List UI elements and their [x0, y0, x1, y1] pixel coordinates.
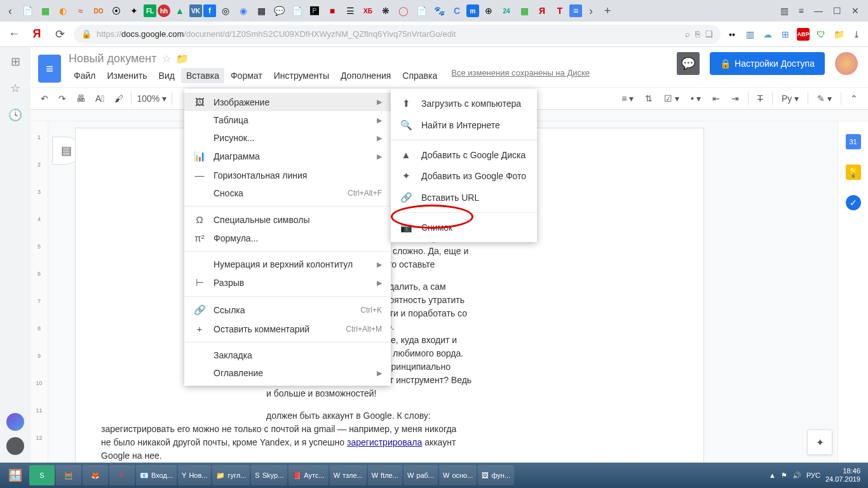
- clear-format-icon[interactable]: T̶: [755, 92, 766, 105]
- insert-menu-item[interactable]: Нумерация и верхний колонтитул▶: [184, 255, 391, 273]
- tab-favicon[interactable]: ◎: [217, 3, 234, 19]
- insert-menu-item[interactable]: СноскаCtrl+Alt+F: [184, 184, 391, 202]
- tab-favicon[interactable]: hh: [158, 4, 170, 17]
- taskbar-app[interactable]: W осно...: [439, 465, 477, 485]
- new-tab[interactable]: +: [600, 3, 615, 18]
- menu-help[interactable]: Справка: [397, 68, 442, 83]
- zoom-select[interactable]: 100% ▾: [137, 93, 166, 104]
- taskbar-app[interactable]: 🧮: [56, 465, 81, 485]
- reader-icon[interactable]: ⎘: [695, 29, 700, 39]
- tab-favicon[interactable]: C: [449, 3, 465, 19]
- tab-favicon[interactable]: VK: [189, 4, 202, 17]
- tab-favicon[interactable]: 🐾: [431, 3, 447, 19]
- chevron-up-icon[interactable]: ⌃: [848, 92, 860, 105]
- sidebar-bookmarks-icon[interactable]: ☆: [10, 81, 20, 95]
- taskbar-app[interactable]: S: [29, 465, 55, 485]
- save-status[interactable]: Все изменения сохранены на Диске: [451, 68, 590, 83]
- tab-favicon[interactable]: m: [466, 4, 479, 17]
- tab-favicon[interactable]: ▦: [253, 3, 269, 19]
- menu-tools[interactable]: Инструменты: [269, 68, 334, 83]
- tab-favicon[interactable]: 📄: [413, 3, 430, 19]
- start-button[interactable]: 🪟: [3, 465, 28, 485]
- tab-favicon[interactable]: FL: [144, 4, 156, 17]
- ext-icon[interactable]: ABP: [797, 28, 810, 41]
- insert-menu-item[interactable]: 🔗СсылкаCtrl+K: [184, 301, 391, 320]
- window-minimize[interactable]: —: [814, 6, 823, 16]
- indent-increase-icon[interactable]: ⇥: [729, 92, 742, 105]
- tab-favicon[interactable]: ■: [324, 3, 341, 19]
- taskbar-app[interactable]: 🖼 фун...: [478, 465, 514, 485]
- print-icon[interactable]: 🖶: [74, 92, 88, 105]
- editing-mode-icon[interactable]: ✎ ▾: [815, 92, 834, 105]
- bullet-list-icon[interactable]: • ▾: [688, 92, 703, 105]
- calendar-icon[interactable]: 31: [846, 134, 861, 149]
- image-submenu-item[interactable]: ✦Добавить из Google Фото: [391, 165, 537, 187]
- ext-icon[interactable]: ▪▪: [726, 28, 738, 41]
- ext-icon[interactable]: ▥: [743, 28, 756, 41]
- insert-menu-item[interactable]: ⊢Разрыв▶: [184, 273, 391, 292]
- taskbar-app[interactable]: 🦊: [83, 465, 108, 485]
- tray-clock[interactable]: 18:46 24.07.2019: [825, 467, 860, 484]
- tab-favicon[interactable]: ✦: [126, 3, 142, 19]
- taskbar-app[interactable]: 📁 гугл...: [212, 465, 250, 485]
- share-button[interactable]: 🔒 Настройки Доступа: [710, 52, 825, 75]
- menu-edit[interactable]: Изменить: [102, 68, 152, 83]
- tab-favicon[interactable]: f: [203, 4, 216, 17]
- tab-favicon[interactable]: 📄: [19, 3, 36, 19]
- image-submenu-item[interactable]: 📷Снимок: [391, 217, 537, 238]
- taskbar-app[interactable]: W раб...: [403, 465, 438, 485]
- tab-favicon[interactable]: ❋: [377, 3, 394, 19]
- tab-favicon[interactable]: T: [552, 3, 568, 19]
- explore-button[interactable]: ✦: [807, 430, 832, 455]
- line-spacing-icon[interactable]: ⇅: [642, 92, 655, 105]
- taskbar-app[interactable]: 📧 Вход...: [136, 465, 177, 485]
- insert-menu-item[interactable]: ΩСпециальные символы: [184, 210, 391, 229]
- tab-favicon[interactable]: ☰: [342, 3, 358, 19]
- indent-decrease-icon[interactable]: ⇤: [710, 92, 722, 105]
- insert-menu-item[interactable]: Таблица▶: [184, 111, 391, 129]
- yandex-circle-icon[interactable]: [6, 437, 24, 455]
- insert-menu-item[interactable]: π²Формула...: [184, 229, 391, 247]
- image-submenu-item[interactable]: 🔍Найти в Интернете: [391, 114, 537, 136]
- tasks-icon[interactable]: ✓: [846, 195, 861, 210]
- tab-favicon[interactable]: ◐: [55, 3, 71, 19]
- taskbar-app[interactable]: W ftле...: [368, 465, 402, 485]
- tab-favicon[interactable]: 💬: [271, 3, 287, 19]
- ext-icon[interactable]: 📁: [832, 28, 845, 41]
- redo-icon[interactable]: ↷: [56, 92, 69, 105]
- tab-favicon[interactable]: ▦: [37, 3, 53, 19]
- tab-favicon[interactable]: ⊕: [480, 3, 497, 19]
- star-icon[interactable]: ☆: [162, 53, 171, 65]
- image-submenu-item[interactable]: ⬆Загрузить с компьютера: [391, 93, 537, 114]
- tab-favicon[interactable]: DO: [90, 3, 107, 19]
- taskbar-app[interactable]: W тзле...: [330, 465, 367, 485]
- translate-icon[interactable]: ⌕: [685, 29, 690, 39]
- taskbar-app[interactable]: S Skyp...: [251, 465, 287, 485]
- taskbar-app[interactable]: 📕 Аутс...: [288, 465, 328, 485]
- menu-file[interactable]: Файл: [69, 68, 100, 83]
- folder-icon[interactable]: 📁: [176, 53, 189, 65]
- ext-icon[interactable]: ☁: [761, 28, 774, 41]
- keep-icon[interactable]: 💡: [846, 165, 861, 180]
- insert-menu-item[interactable]: +Оставить комментарийCtrl+Alt+M: [184, 320, 391, 338]
- tab-favicon[interactable]: 🅿: [306, 3, 323, 19]
- checklist-icon[interactable]: ☑ ▾: [661, 92, 682, 105]
- menu-insert[interactable]: Вставка: [181, 68, 224, 83]
- taskbar-app[interactable]: Y Нов...: [178, 465, 211, 485]
- window-close[interactable]: ✕: [851, 6, 859, 16]
- insert-menu-item[interactable]: Рисунок...▶: [184, 129, 391, 147]
- tray-icon[interactable]: ⚑: [781, 471, 787, 480]
- image-submenu-item[interactable]: ▲Добавить с Google Диска: [391, 144, 537, 165]
- tab-favicon[interactable]: ▲: [172, 3, 188, 19]
- tab-favicon[interactable]: ХБ: [360, 3, 376, 19]
- tabs-next[interactable]: ›: [583, 3, 599, 18]
- user-avatar[interactable]: [835, 52, 858, 75]
- url-input[interactable]: 🔒 https://docs.google.com/document/d/1Z0…: [74, 25, 721, 44]
- back-button[interactable]: ←: [5, 25, 23, 43]
- browser-menu-icon[interactable]: ≡: [799, 6, 804, 16]
- docs-logo-icon[interactable]: [38, 55, 61, 83]
- insert-menu-item[interactable]: 📊Диаграмма▶: [184, 147, 391, 166]
- input-tools-icon[interactable]: Ру ▾: [779, 92, 801, 105]
- alisa-icon[interactable]: [6, 413, 24, 431]
- yandex-logo[interactable]: Я: [28, 25, 46, 43]
